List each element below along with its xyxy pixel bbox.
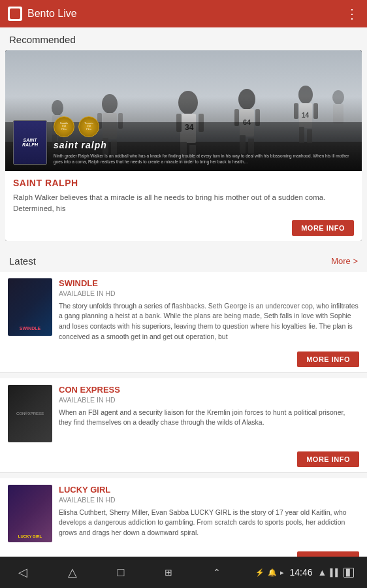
item-desc-con: When an FBI agent and a security liaison… bbox=[59, 408, 359, 429]
app-branding: Bento Live bbox=[8, 7, 77, 21]
award-badge-1: SeattleIntlFilm bbox=[54, 116, 74, 137]
hero-poster-inner: SAINTRALPH bbox=[14, 121, 46, 164]
item-footer-con: MORE INFO bbox=[0, 442, 367, 472]
item-title-swindle: SWINDLE bbox=[59, 278, 359, 288]
list-item: CON EXPRESS AVAILABLE IN HD When an FBI … bbox=[0, 378, 367, 473]
app-title: Bento Live bbox=[27, 8, 77, 20]
item-title-lucky: LUCKY GIRL bbox=[59, 485, 359, 495]
hero-card: 34 64 bbox=[5, 50, 362, 241]
latest-title: Latest bbox=[9, 255, 36, 267]
app-icon-inner bbox=[10, 8, 20, 19]
status-icons: ⚡ 🔔 ▸ bbox=[255, 568, 284, 577]
item-availability-lucky: AVAILABLE IN HD bbox=[59, 496, 359, 504]
hero-card-body: SAINT RALPH Ralph Walker believes that a… bbox=[5, 171, 362, 241]
item-top-con: CON EXPRESS AVAILABLE IN HD When an FBI … bbox=[0, 378, 367, 442]
hero-awards: SeattleIntlFilm TorontoIntlFilm bbox=[54, 116, 354, 137]
lucky-more-info-button[interactable]: MORE INFO bbox=[297, 551, 359, 557]
poster-lucky bbox=[8, 485, 52, 542]
item-footer-lucky: MORE INFO bbox=[0, 542, 367, 557]
item-footer-swindle: MORE INFO bbox=[0, 342, 367, 372]
swindle-more-info-button[interactable]: MORE INFO bbox=[297, 351, 359, 367]
award-2-text: TorontoIntlFilm bbox=[84, 122, 93, 131]
hero-info-right: SeattleIntlFilm TorontoIntlFilm saint ra… bbox=[54, 116, 354, 165]
item-desc-lucky: Elisha Cuthbert, Sherry Miller, Evan Sab… bbox=[59, 508, 359, 538]
hero-film-desc: Ralph Walker believes that a miracle is … bbox=[13, 192, 354, 215]
hero-film-title: SAINT RALPH bbox=[13, 178, 354, 188]
wifi-icon: ▲ bbox=[318, 567, 327, 578]
latest-section-header: Latest More > bbox=[0, 249, 367, 272]
charge-icon: ▸ bbox=[280, 568, 284, 577]
bottom-navigation: ◁ △ □ ⊞ ⌃ ⚡ 🔔 ▸ 14:46 ▲ ▌▌ ▊ bbox=[0, 557, 367, 588]
signal-icon: ▌▌ bbox=[330, 568, 340, 576]
poster-swindle-bg bbox=[8, 278, 52, 336]
hero-overlay-desc: Ninth grader Ralph Walker is an oddball … bbox=[54, 153, 354, 165]
poster-con bbox=[8, 385, 52, 442]
poster-lucky-bg bbox=[8, 485, 52, 542]
latest-more-link[interactable]: More > bbox=[331, 256, 358, 266]
item-availability-swindle: AVAILABLE IN HD bbox=[59, 289, 359, 297]
hero-overlay: SAINTRALPH SeattleIntlFilm TorontoIntlFi… bbox=[5, 97, 362, 171]
sync-icon: 🔔 bbox=[268, 568, 277, 577]
recommended-header: Recommended bbox=[0, 27, 367, 50]
signal-icons: ▲ ▌▌ ▊ bbox=[318, 567, 354, 578]
menu-button[interactable]: ⋮ bbox=[345, 6, 359, 22]
poster-con-bg bbox=[8, 385, 52, 442]
item-info-con: CON EXPRESS AVAILABLE IN HD When an FBI … bbox=[59, 385, 359, 442]
main-content: Recommended bbox=[0, 27, 367, 557]
item-info-swindle: SWINDLE AVAILABLE IN HD The story unfold… bbox=[59, 278, 359, 342]
status-bar-right: ⚡ 🔔 ▸ 14:46 ▲ ▌▌ ▊ bbox=[255, 567, 354, 578]
item-title-con: CON EXPRESS bbox=[59, 385, 359, 395]
battery-icon: ▊ bbox=[343, 568, 354, 578]
award-badge-2: TorontoIntlFilm bbox=[78, 116, 99, 137]
poster-swindle bbox=[8, 278, 52, 336]
hero-film-title-styled: saint ralph bbox=[54, 140, 354, 150]
item-desc-swindle: The story unfolds through a series of fl… bbox=[59, 301, 359, 342]
hero-poster: SAINTRALPH bbox=[13, 120, 47, 165]
hero-more-info-button[interactable]: MORE INFO bbox=[292, 220, 354, 236]
screenshot-button[interactable]: ⊞ bbox=[159, 562, 178, 583]
back-button[interactable]: ◁ bbox=[13, 560, 33, 585]
list-item: LUCKY GIRL AVAILABLE IN HD Elisha Cuthbe… bbox=[0, 478, 367, 557]
top-bar: Bento Live ⋮ bbox=[0, 0, 367, 27]
clock: 14:46 bbox=[289, 567, 312, 578]
item-top-swindle: SWINDLE AVAILABLE IN HD The story unfold… bbox=[0, 272, 367, 342]
app-icon bbox=[8, 7, 22, 21]
item-availability-con: AVAILABLE IN HD bbox=[59, 396, 359, 404]
item-info-lucky: LUCKY GIRL AVAILABLE IN HD Elisha Cuthbe… bbox=[59, 485, 359, 542]
list-item: SWINDLE AVAILABLE IN HD The story unfold… bbox=[0, 272, 367, 373]
item-top-lucky: LUCKY GIRL AVAILABLE IN HD Elisha Cuthbe… bbox=[0, 478, 367, 542]
usb-icon: ⚡ bbox=[255, 568, 264, 577]
recents-button[interactable]: □ bbox=[112, 561, 129, 585]
con-more-info-button[interactable]: MORE INFO bbox=[297, 451, 359, 467]
award-1-text: SeattleIntlFilm bbox=[60, 122, 68, 131]
hero-poster-title: SAINTRALPH bbox=[22, 138, 38, 147]
home-button[interactable]: △ bbox=[63, 560, 82, 585]
expand-button[interactable]: ⌃ bbox=[208, 562, 226, 583]
hero-image: 34 64 bbox=[5, 50, 362, 171]
